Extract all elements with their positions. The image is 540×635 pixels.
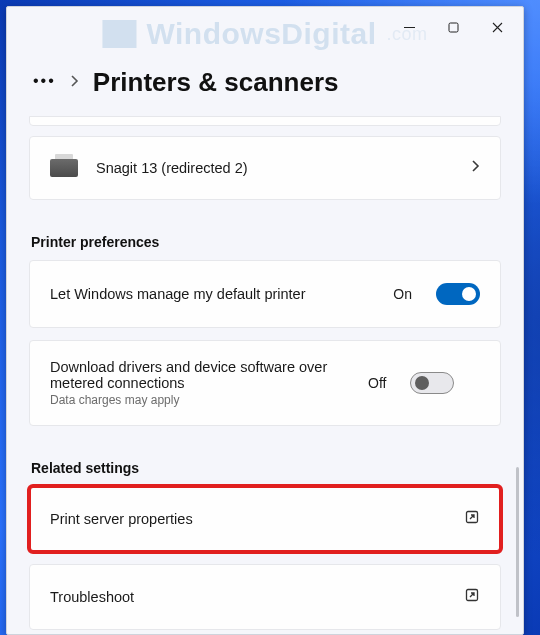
section-heading-related: Related settings <box>29 438 501 486</box>
close-button[interactable] <box>475 12 519 42</box>
chevron-right-icon <box>471 159 480 177</box>
toggle-default-printer[interactable] <box>436 283 480 305</box>
pref-label: Download drivers and device software ove… <box>50 359 350 391</box>
open-external-icon <box>464 509 480 529</box>
previous-card-edge <box>29 116 501 126</box>
link-label: Troubleshoot <box>50 589 446 605</box>
svg-rect-0 <box>449 23 458 32</box>
printer-icon <box>50 159 78 177</box>
troubleshoot[interactable]: Troubleshoot <box>29 564 501 630</box>
breadcrumb: ••• Printers & scanners <box>29 47 501 116</box>
open-external-icon <box>464 587 480 607</box>
minimize-button[interactable] <box>387 12 431 42</box>
printer-name: Snagit 13 (redirected 2) <box>96 160 453 176</box>
maximize-button[interactable] <box>431 12 475 42</box>
close-icon <box>492 22 503 33</box>
section-heading-preferences: Printer preferences <box>29 212 501 260</box>
minimize-icon <box>404 22 415 33</box>
scrollbar[interactable] <box>516 467 519 617</box>
titlebar <box>7 7 523 47</box>
chevron-right-icon <box>70 74 79 92</box>
link-label: Print server properties <box>50 511 446 527</box>
pref-sublabel: Data charges may apply <box>50 393 350 407</box>
settings-window: WindowsDigital.com ••• Printers & scanne… <box>6 6 524 635</box>
toggle-knob <box>415 376 429 390</box>
pref-metered[interactable]: Download drivers and device software ove… <box>29 340 501 426</box>
maximize-icon <box>448 22 459 33</box>
printer-item[interactable]: Snagit 13 (redirected 2) <box>29 136 501 200</box>
breadcrumb-ellipsis[interactable]: ••• <box>33 72 56 94</box>
print-server-properties[interactable]: Print server properties <box>29 486 501 552</box>
toggle-knob <box>462 287 476 301</box>
toggle-state-text: Off <box>368 375 386 391</box>
page-title: Printers & scanners <box>93 67 339 98</box>
pref-default-printer[interactable]: Let Windows manage my default printer On <box>29 260 501 328</box>
toggle-state-text: On <box>393 286 412 302</box>
pref-label: Let Windows manage my default printer <box>50 286 375 302</box>
toggle-metered[interactable] <box>410 372 454 394</box>
